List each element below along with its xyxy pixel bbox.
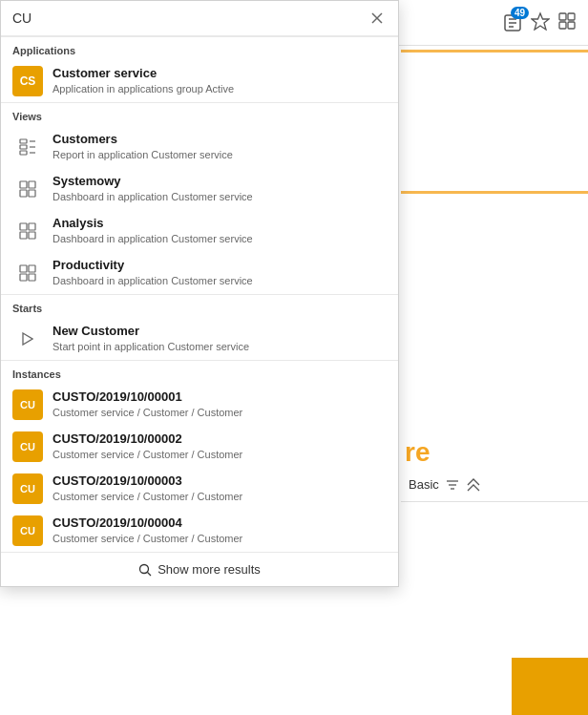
svg-rect-23 — [29, 190, 35, 197]
view-customers-subtitle: Report in application Customer service — [52, 148, 233, 161]
instance-2-title: CUSTO/2019/10/00003 — [52, 473, 242, 490]
basic-label: Basic — [409, 477, 439, 492]
svg-rect-22 — [20, 190, 27, 197]
view-systemowy-subtitle: Dashboard in application Customer servic… — [52, 190, 253, 203]
start-item-text: New Customer Start point in application … — [52, 324, 249, 353]
svg-rect-25 — [29, 223, 35, 230]
section-instances: Instances — [1, 360, 398, 384]
instance-0-text: CUSTO/2019/10/00001 Customer service / C… — [52, 389, 242, 419]
svg-rect-15 — [20, 145, 27, 149]
play-icon-new-customer — [12, 324, 43, 354]
app-icon-cs: CS — [12, 66, 43, 96]
search-icon — [138, 563, 152, 577]
search-bar-container — [1, 1, 398, 36]
grid-icon-productivity — [12, 258, 43, 288]
app-item-customer-service[interactable]: CS Customer service Application in appli… — [1, 60, 398, 102]
instance-item-1[interactable]: CU CUSTO/2019/10/00002 Customer service … — [1, 426, 398, 468]
svg-marker-32 — [23, 333, 32, 345]
app-item-title: Customer service — [52, 66, 234, 82]
instance-1-title: CUSTO/2019/10/00002 — [52, 431, 242, 448]
svg-marker-4 — [532, 13, 549, 30]
notification-count: 49 — [511, 7, 529, 19]
instance-3-text: CUSTO/2019/10/00004 Customer service / C… — [52, 515, 242, 545]
svg-rect-6 — [568, 13, 575, 20]
orange-accent-2 — [401, 191, 588, 194]
svg-rect-5 — [559, 13, 566, 20]
instance-3-subtitle: Customer service / Customer / Customer — [52, 532, 242, 545]
top-bar-icons: 49 — [502, 11, 577, 34]
instance-2-subtitle: Customer service / Customer / Customer — [52, 490, 242, 503]
view-productivity-text: Productivity Dashboard in application Cu… — [52, 258, 253, 287]
orange-box-br — [512, 658, 588, 715]
view-item-productivity[interactable]: Productivity Dashboard in application Cu… — [1, 252, 398, 294]
svg-rect-29 — [29, 265, 35, 272]
instance-2-text: CUSTO/2019/10/00003 Customer service / C… — [52, 473, 242, 503]
search-dropdown: Applications CS Customer service Applica… — [0, 0, 399, 587]
instance-icon-1: CU — [12, 431, 43, 462]
svg-point-33 — [140, 564, 149, 573]
instance-item-2[interactable]: CU CUSTO/2019/10/00003 Customer service … — [1, 468, 398, 510]
show-more-button[interactable]: Show more results — [1, 552, 398, 586]
svg-rect-24 — [20, 223, 27, 230]
search-input[interactable] — [12, 11, 360, 26]
section-views: Views — [1, 102, 398, 126]
filter-bar: Basic — [401, 468, 588, 502]
svg-rect-30 — [20, 274, 27, 281]
svg-rect-31 — [29, 274, 35, 281]
svg-rect-26 — [20, 232, 27, 239]
orange-accent-1 — [401, 50, 588, 53]
view-item-systemowy[interactable]: Systemowy Dashboard in application Custo… — [1, 168, 398, 210]
view-systemowy-text: Systemowy Dashboard in application Custo… — [52, 174, 253, 203]
filter-icon[interactable] — [445, 477, 460, 493]
instance-0-title: CUSTO/2019/10/00001 — [52, 389, 242, 406]
view-customers-title: Customers — [52, 132, 233, 148]
start-item-title: New Customer — [52, 324, 249, 340]
instance-icon-3: CU — [12, 515, 43, 546]
view-productivity-subtitle: Dashboard in application Customer servic… — [52, 274, 253, 287]
svg-rect-7 — [559, 22, 566, 29]
view-analysis-text: Analysis Dashboard in application Custom… — [52, 216, 253, 245]
svg-rect-8 — [568, 22, 575, 29]
section-applications: Applications — [1, 36, 398, 60]
grid-icon-systemowy — [12, 174, 43, 204]
view-productivity-title: Productivity — [52, 258, 253, 274]
svg-rect-20 — [20, 181, 27, 188]
instance-item-3[interactable]: CU CUSTO/2019/10/00004 Customer service … — [1, 510, 398, 552]
layout-icon[interactable] — [557, 11, 577, 34]
instance-1-subtitle: Customer service / Customer / Customer — [52, 448, 242, 461]
view-analysis-title: Analysis — [52, 216, 253, 232]
svg-line-34 — [148, 572, 152, 576]
star-icon[interactable] — [531, 11, 550, 34]
svg-rect-16 — [20, 151, 27, 155]
svg-rect-14 — [20, 139, 27, 143]
bg-re-text: re — [405, 437, 430, 468]
app-item-subtitle: Application in applications group Active — [52, 82, 234, 95]
svg-rect-21 — [29, 181, 35, 188]
view-systemowy-title: Systemowy — [52, 174, 253, 190]
instance-icon-0: CU — [12, 389, 43, 420]
start-item-subtitle: Start point in application Customer serv… — [52, 340, 249, 353]
expand-icon[interactable] — [466, 477, 481, 493]
view-item-analysis[interactable]: Analysis Dashboard in application Custom… — [1, 210, 398, 252]
view-item-customers[interactable]: Customers Report in application Customer… — [1, 126, 398, 168]
instance-1-text: CUSTO/2019/10/00002 Customer service / C… — [52, 431, 242, 461]
instance-item-0[interactable]: CU CUSTO/2019/10/00001 Customer service … — [1, 384, 398, 426]
svg-rect-27 — [29, 232, 35, 239]
grid-icon-analysis — [12, 216, 43, 246]
view-analysis-subtitle: Dashboard in application Customer servic… — [52, 232, 253, 245]
start-item-new-customer[interactable]: New Customer Start point in application … — [1, 318, 398, 360]
instance-0-subtitle: Customer service / Customer / Customer — [52, 406, 242, 419]
grid-icon-customers — [12, 132, 43, 162]
instance-icon-2: CU — [12, 473, 43, 504]
clear-search-button[interactable] — [368, 9, 387, 28]
instance-3-title: CUSTO/2019/10/00004 — [52, 515, 242, 532]
notification-badge[interactable]: 49 — [502, 12, 523, 33]
section-starts: Starts — [1, 294, 398, 318]
show-more-label: Show more results — [158, 562, 261, 577]
app-item-text: Customer service Application in applicat… — [52, 66, 234, 95]
svg-rect-28 — [20, 265, 27, 272]
view-item-text: Customers Report in application Customer… — [52, 132, 233, 161]
